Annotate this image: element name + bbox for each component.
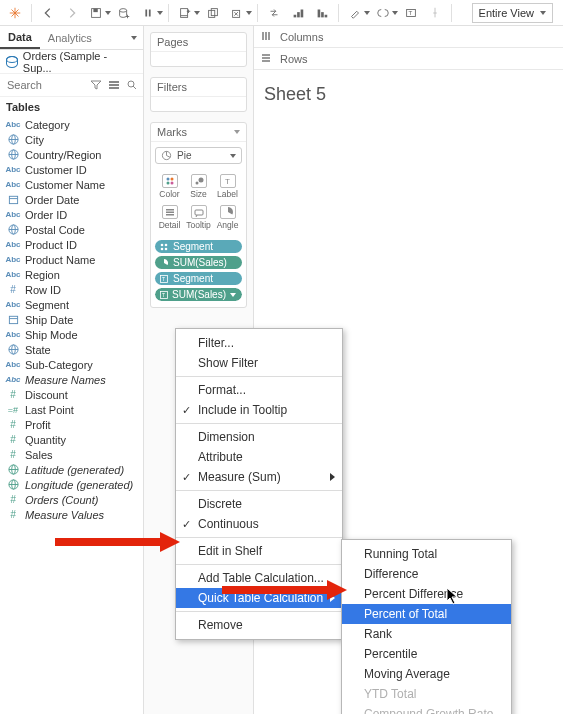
- field-item[interactable]: AbcOrder ID: [0, 207, 143, 222]
- menu-item: Compound Growth Rate: [342, 704, 511, 714]
- duplicate-icon[interactable]: [202, 2, 224, 24]
- marks-cell-label[interactable]: TLabel: [213, 171, 242, 202]
- group-icon[interactable]: [372, 2, 398, 24]
- field-item[interactable]: AbcMeasure Names: [0, 372, 143, 387]
- menu-item[interactable]: Continuous: [176, 514, 342, 534]
- field-item[interactable]: #Profit: [0, 417, 143, 432]
- search-input[interactable]: [4, 77, 85, 93]
- field-item[interactable]: AbcSegment: [0, 297, 143, 312]
- svg-point-70: [165, 247, 168, 250]
- back-icon[interactable]: [37, 2, 59, 24]
- field-item[interactable]: AbcRegion: [0, 267, 143, 282]
- rows-icon: [260, 52, 274, 66]
- highlight-icon[interactable]: [344, 2, 370, 24]
- marks-cell-angle[interactable]: Angle: [213, 202, 242, 233]
- menu-item[interactable]: Format...: [176, 380, 342, 400]
- field-item[interactable]: Country/Region: [0, 147, 143, 162]
- forward-icon[interactable]: [61, 2, 83, 24]
- pin-icon[interactable]: [424, 2, 446, 24]
- filter-icon[interactable]: [89, 78, 103, 92]
- marks-cell-tooltip[interactable]: Tooltip: [184, 202, 213, 233]
- menu-item[interactable]: Quick Table Calculation: [176, 588, 342, 608]
- view-as-icon[interactable]: [107, 78, 121, 92]
- field-item[interactable]: Longitude (generated): [0, 477, 143, 492]
- field-item[interactable]: Postal Code: [0, 222, 143, 237]
- field-item[interactable]: AbcCategory: [0, 117, 143, 132]
- field-item[interactable]: AbcCustomer ID: [0, 162, 143, 177]
- menu-item[interactable]: Percent of Total: [342, 604, 511, 624]
- menu-item[interactable]: Measure (Sum): [176, 467, 342, 487]
- field-item[interactable]: =#Last Point: [0, 402, 143, 417]
- field-item[interactable]: AbcProduct Name: [0, 252, 143, 267]
- pause-updates-icon[interactable]: [137, 2, 163, 24]
- field-item[interactable]: Latitude (generated): [0, 462, 143, 477]
- menu-item[interactable]: Moving Average: [342, 664, 511, 684]
- marks-cell-size[interactable]: Size: [184, 171, 213, 202]
- datasource-item[interactable]: Orders (Sample - Sup...: [0, 50, 143, 74]
- fit-select[interactable]: Entire View: [472, 3, 553, 23]
- field-item[interactable]: #Discount: [0, 387, 143, 402]
- field-label: Order Date: [25, 194, 79, 206]
- new-worksheet-icon[interactable]: [174, 2, 200, 24]
- marks-cell-detail[interactable]: Detail: [155, 202, 184, 233]
- menu-item[interactable]: Discrete: [176, 494, 342, 514]
- tab-data[interactable]: Data: [0, 26, 40, 49]
- field-item[interactable]: #Quantity: [0, 432, 143, 447]
- sort-asc-icon[interactable]: [287, 2, 309, 24]
- menu-item[interactable]: Percent Difference: [342, 584, 511, 604]
- field-item[interactable]: AbcShip Mode: [0, 327, 143, 342]
- menu-item[interactable]: Edit in Shelf: [176, 541, 342, 561]
- field-item[interactable]: AbcSub-Category: [0, 357, 143, 372]
- field-item[interactable]: AbcProduct ID: [0, 237, 143, 252]
- field-item[interactable]: #Row ID: [0, 282, 143, 297]
- save-button[interactable]: [85, 2, 111, 24]
- field-item[interactable]: Ship Date: [0, 312, 143, 327]
- pages-shelf[interactable]: Pages: [150, 32, 247, 67]
- marks-grid: ColorSizeTLabelDetailTooltipAngle: [151, 169, 246, 237]
- field-item[interactable]: #Measure Values: [0, 507, 143, 522]
- marks-cell-icon: [162, 205, 178, 219]
- swap-icon[interactable]: [263, 2, 285, 24]
- menu-item[interactable]: Include in Tooltip: [176, 400, 342, 420]
- columns-shelf[interactable]: Columns: [254, 26, 563, 48]
- menu-item[interactable]: Remove: [176, 615, 342, 635]
- field-item[interactable]: AbcCustomer Name: [0, 177, 143, 192]
- field-item[interactable]: City: [0, 132, 143, 147]
- rows-shelf[interactable]: Rows: [254, 48, 563, 70]
- menu-item[interactable]: Show Filter: [176, 353, 342, 373]
- menu-item[interactable]: Rank: [342, 624, 511, 644]
- field-item[interactable]: State: [0, 342, 143, 357]
- tab-analytics[interactable]: Analytics: [40, 26, 100, 49]
- sort-desc-icon[interactable]: [311, 2, 333, 24]
- mark-type-select[interactable]: Pie: [155, 147, 242, 164]
- field-label: State: [25, 344, 51, 356]
- field-type-icon: Abc: [6, 255, 20, 264]
- pill[interactable]: Segment: [155, 240, 242, 253]
- pane-menu-icon[interactable]: [131, 36, 137, 40]
- menu-item[interactable]: Running Total: [342, 544, 511, 564]
- menu-item[interactable]: Attribute: [176, 447, 342, 467]
- new-datasource-icon[interactable]: [113, 2, 135, 24]
- menu-item[interactable]: Difference: [342, 564, 511, 584]
- labels-icon[interactable]: T: [400, 2, 422, 24]
- clear-icon[interactable]: [226, 2, 252, 24]
- field-item[interactable]: Order Date: [0, 192, 143, 207]
- marks-cell-color[interactable]: Color: [155, 171, 184, 202]
- find-icon[interactable]: [125, 78, 139, 92]
- sheet-title[interactable]: Sheet 5: [254, 70, 563, 119]
- field-item[interactable]: #Sales: [0, 447, 143, 462]
- menu-item[interactable]: Percentile: [342, 644, 511, 664]
- menu-item[interactable]: Add Table Calculation...: [176, 568, 342, 588]
- tableau-logo-icon[interactable]: [4, 2, 26, 24]
- field-type-icon: Abc: [6, 270, 20, 279]
- pill[interactable]: TSegment: [155, 272, 242, 285]
- pill[interactable]: SUM(Sales): [155, 256, 242, 269]
- pill[interactable]: TSUM(Sales): [155, 288, 242, 301]
- menu-item[interactable]: Filter...: [176, 333, 342, 353]
- field-item[interactable]: #Orders (Count): [0, 492, 143, 507]
- chevron-down-icon[interactable]: [234, 130, 240, 134]
- menu-item[interactable]: Dimension: [176, 427, 342, 447]
- filters-shelf[interactable]: Filters: [150, 77, 247, 112]
- field-label: Segment: [25, 299, 69, 311]
- field-type-icon: [6, 314, 20, 325]
